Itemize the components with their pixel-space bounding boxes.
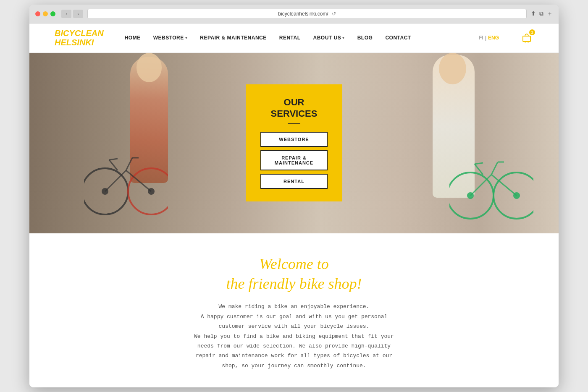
welcome-script-text: Welcome to the friendly bike shop! [55,254,533,294]
chevron-down-icon: ▾ [342,36,345,40]
new-tab-icon[interactable]: ⧉ [539,10,543,18]
browser-nav-buttons: ‹ › [61,10,83,18]
browser-chrome: ‹ › bicycleanhelsinki.com/ ↺ ⬆ ⧉ ＋ [29,5,559,24]
forward-button[interactable]: › [73,10,83,18]
language-switcher: FI | ENG [479,35,499,41]
svg-line-7 [105,170,126,191]
person-left-head [136,53,162,82]
cart-button[interactable]: 1 [520,31,533,44]
services-card: OUR SERVICES WEBSTORE REPAIR & MAINTENAN… [246,84,342,201]
browser-window: ‹ › bicycleanhelsinki.com/ ↺ ⬆ ⧉ ＋ BICYC… [29,5,559,387]
browser-actions: ⬆ ⧉ ＋ [531,10,553,18]
nav-repair[interactable]: REPAIR & MAINTENANCE [200,35,266,41]
nav-webstore[interactable]: WEBSTORE ▾ [153,35,188,41]
address-bar[interactable]: bicycleanhelsinki.com/ ↺ [87,9,527,19]
svg-line-22 [475,163,483,164]
lang-fi[interactable]: FI [479,35,483,41]
close-button[interactable] [35,11,40,16]
cart-badge: 1 [529,29,535,35]
bike-right-svg [449,154,533,221]
back-button[interactable]: ‹ [61,10,71,18]
share-icon[interactable]: ⬆ [531,10,536,18]
svg-line-9 [126,158,132,170]
reload-icon[interactable]: ↺ [332,11,336,17]
logo-line1: BICYCLEAN [55,29,104,38]
svg-line-19 [491,162,498,175]
fullscreen-button[interactable] [50,11,55,16]
welcome-description: We make riding a bike an enjoyable exper… [185,302,403,371]
lang-divider: | [485,35,486,41]
person-right-head [439,53,466,84]
main-nav: HOME WEBSTORE ▾ REPAIR & MAINTENANCE REN… [125,31,533,44]
logo-line2: HELSINKI [55,38,104,47]
lang-eng[interactable]: ENG [488,35,499,41]
site-logo[interactable]: BICYCLEAN HELSINKI [55,29,104,47]
bike-left-svg [84,149,168,217]
hero-section: OUR SERVICES WEBSTORE REPAIR & MAINTENAN… [29,53,559,233]
svg-line-17 [470,175,491,196]
traffic-lights [35,11,55,16]
nav-contact[interactable]: CONTACT [385,35,411,41]
website-content: BICYCLEAN HELSINKI HOME WEBSTORE ▾ REPAI… [29,24,559,387]
nav-about[interactable]: ABOUT US ▾ [313,35,345,41]
minimize-button[interactable] [43,11,48,16]
svg-point-2 [528,42,529,43]
svg-rect-0 [523,36,530,42]
svg-point-1 [525,42,526,43]
repair-service-btn[interactable]: REPAIR & MAINTENANCE [260,150,328,170]
site-header: BICYCLEAN HELSINKI HOME WEBSTORE ▾ REPAI… [29,24,559,53]
svg-line-12 [109,159,118,160]
nav-rental[interactable]: RENTAL [279,35,301,41]
rental-service-btn[interactable]: RENTAL [260,174,328,189]
services-divider [288,123,300,124]
welcome-section: Welcome to the friendly bike shop! We ma… [29,233,559,387]
nav-blog[interactable]: BLOG [357,35,373,41]
nav-home[interactable]: HOME [125,35,141,41]
add-tab-icon[interactable]: ＋ [547,10,553,18]
services-title: OUR SERVICES [260,97,328,119]
webstore-service-btn[interactable]: WEBSTORE [260,132,328,147]
url-text: bicycleanhelsinki.com/ [278,11,328,17]
chevron-down-icon: ▾ [185,36,188,40]
